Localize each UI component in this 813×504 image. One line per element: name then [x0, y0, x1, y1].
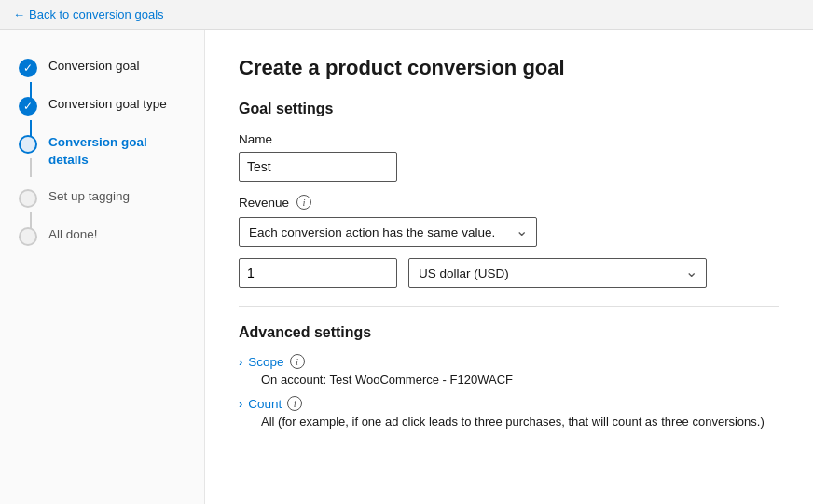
revenue-label: Revenue	[239, 196, 289, 210]
sidebar: ✓ Conversion goal ✓ Conversion goal type…	[0, 30, 205, 504]
count-info-icon[interactable]: i	[287, 396, 302, 411]
amount-currency-row: US dollar (USD) Euro (EUR) British pound…	[239, 258, 779, 288]
step-label-all-done: All done!	[48, 226, 98, 244]
count-chevron-icon: ›	[239, 397, 242, 411]
top-bar: ← Back to conversion goals	[0, 0, 813, 30]
scope-description: On account: Test WooCommerce - F120WACF	[261, 373, 779, 387]
revenue-select[interactable]: Each conversion action has the same valu…	[239, 217, 537, 247]
advanced-settings-section: Advanced settings › Scope i On account: …	[239, 324, 779, 429]
scope-info-icon[interactable]: i	[290, 354, 305, 369]
advanced-settings-title: Advanced settings	[239, 324, 779, 341]
page-title: Create a product conversion goal	[239, 56, 779, 80]
sidebar-item-conversion-goal[interactable]: ✓ Conversion goal	[0, 48, 204, 87]
sidebar-item-conversion-goal-details[interactable]: Conversion goal details	[0, 125, 204, 179]
sidebar-item-conversion-goal-type[interactable]: ✓ Conversion goal type	[0, 87, 204, 125]
revenue-info-icon[interactable]: i	[296, 195, 311, 210]
name-input[interactable]	[239, 152, 397, 182]
main-content: Create a product conversion goal Goal se…	[205, 30, 813, 504]
step-icon-conversion-goal: ✓	[19, 59, 37, 77]
sidebar-item-set-up-tagging[interactable]: Set up tagging	[0, 179, 204, 217]
checkmark-icon-2: ✓	[23, 100, 33, 113]
name-label: Name	[239, 132, 779, 146]
main-layout: ✓ Conversion goal ✓ Conversion goal type…	[0, 30, 813, 504]
count-label: Count	[248, 397, 282, 411]
step-label-set-up-tagging: Set up tagging	[48, 188, 130, 206]
goal-settings-section: Goal settings Name Revenue i Each conver…	[239, 101, 779, 288]
revenue-dropdown[interactable]: Each conversion action has the same valu…	[239, 217, 537, 247]
scope-label: Scope	[248, 355, 283, 369]
step-label-conversion-goal-details: Conversion goal details	[48, 134, 186, 170]
back-link[interactable]: ← Back to conversion goals	[13, 7, 164, 21]
count-description: All (for example, if one ad click leads …	[261, 415, 779, 429]
section-divider	[239, 306, 779, 307]
step-label-conversion-goal-type: Conversion goal type	[48, 96, 167, 114]
amount-input[interactable]	[239, 258, 397, 288]
back-arrow-icon: ←	[13, 7, 25, 21]
currency-select[interactable]: US dollar (USD) Euro (EUR) British pound…	[408, 258, 707, 288]
checkmark-icon: ✓	[23, 61, 33, 75]
scope-chevron-icon: ›	[239, 355, 242, 369]
step-icon-conversion-goal-details	[19, 135, 37, 154]
scope-header[interactable]: › Scope i	[239, 354, 779, 369]
scope-item: › Scope i On account: Test WooCommerce -…	[239, 354, 779, 387]
goal-settings-title: Goal settings	[239, 101, 779, 117]
step-icon-conversion-goal-type: ✓	[19, 97, 37, 116]
step-icon-set-up-tagging	[19, 189, 37, 208]
revenue-row: Revenue i	[239, 195, 779, 210]
step-icon-all-done	[19, 227, 37, 246]
step-label-conversion-goal: Conversion goal	[48, 58, 140, 75]
currency-dropdown[interactable]: US dollar (USD) Euro (EUR) British pound…	[408, 258, 707, 288]
back-link-label: Back to conversion goals	[29, 7, 164, 21]
sidebar-item-all-done[interactable]: All done!	[0, 217, 204, 255]
step-connector-3	[30, 158, 32, 177]
count-item: › Count i All (for example, if one ad cl…	[239, 396, 779, 429]
count-header[interactable]: › Count i	[239, 396, 779, 411]
